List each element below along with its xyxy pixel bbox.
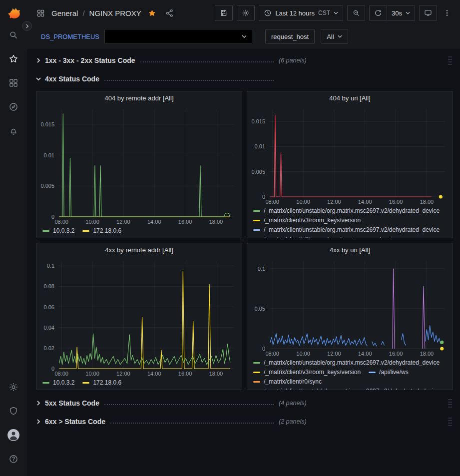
svg-text:18:00: 18:00 [209, 371, 223, 377]
row-header-5xx[interactable]: 5xx Status Code (4 panels) [36, 397, 453, 410]
legend-item[interactable]: /_matrix/client/unstable/org.matrix.msc2… [253, 207, 440, 215]
dotted-leader [104, 80, 274, 81]
legend-label: /api/live/ws [379, 369, 409, 376]
svg-text:12:00: 12:00 [327, 351, 341, 357]
svg-text:18:00: 18:00 [420, 351, 434, 357]
svg-text:0: 0 [51, 214, 54, 220]
sidebar-item-help[interactable] [0, 447, 27, 471]
datasource-variable-label[interactable]: DS_PROMETHEUS [41, 33, 99, 40]
row-drag-handle[interactable] [448, 398, 452, 408]
star-icon [8, 54, 18, 64]
svg-text:0.015: 0.015 [40, 121, 54, 127]
dashboard-section-button[interactable] [34, 6, 47, 19]
zoom-out-button[interactable] [347, 5, 365, 21]
request-host-variable-label[interactable]: request_host [265, 29, 315, 44]
row-drag-handle[interactable] [448, 55, 452, 65]
legend-swatch [253, 381, 260, 383]
timeseries-chart[interactable]: 08:0010:0012:0014:0016:0018:0000.020.040… [36, 257, 242, 378]
timeseries-chart[interactable]: 08:0010:0012:0014:0016:0018:0000.0050.01… [247, 105, 453, 206]
breadcrumb-section[interactable]: General [51, 9, 78, 17]
row-header-4xx[interactable]: 4xx Status Code [36, 72, 453, 85]
sidebar-item-dashboards[interactable] [0, 71, 27, 95]
help-icon [8, 454, 18, 464]
row-header-left: 1xx - 3xx - 2xx Status Code [36, 56, 275, 64]
save-dashboard-button[interactable] [215, 5, 233, 21]
legend-item[interactable]: 10.0.3.2 [42, 227, 74, 235]
refresh-button-group: 30s [369, 5, 415, 21]
panel-title[interactable]: 4xx by remote addr [All] [36, 243, 242, 257]
row-drag-handle[interactable] [448, 417, 452, 427]
legend-swatch [253, 220, 260, 221]
legend-item[interactable]: 10.0.3.2 [42, 379, 74, 387]
chevron-down-icon [242, 35, 247, 38]
svg-text:14:00: 14:00 [147, 219, 161, 225]
legend-item[interactable]: /_matrix/client/r0/sync [253, 378, 322, 386]
legend-item[interactable]: /sw.js [369, 236, 394, 238]
svg-text:14:00: 14:00 [147, 371, 161, 377]
sidebar-item-starred[interactable] [0, 47, 27, 71]
svg-text:08:00: 08:00 [265, 199, 279, 205]
legend-item[interactable]: /_matrix/client/unstable/org.matrix.msc2… [253, 226, 440, 234]
svg-text:12:00: 12:00 [327, 199, 341, 205]
svg-text:0.06: 0.06 [44, 304, 54, 310]
legend-label: /_matrix/client/r0/sync [264, 378, 322, 386]
panel-title[interactable]: 404 by remote addr [All] [36, 91, 242, 105]
tv-mode-button[interactable] [419, 5, 437, 21]
more-options-button[interactable] [441, 5, 453, 21]
svg-text:0: 0 [262, 346, 265, 352]
refresh-interval-dropdown[interactable]: 30s [387, 5, 415, 21]
legend-item[interactable]: /_matrix/client/v3/room_keys/version [253, 236, 361, 238]
main-area: General / NGINX PROXY Last 12 hours CST [27, 0, 460, 476]
sidebar-item-configuration[interactable] [0, 375, 27, 399]
svg-text:16:00: 16:00 [178, 371, 192, 377]
svg-text:0.1: 0.1 [258, 266, 265, 272]
share-button[interactable] [163, 6, 176, 19]
time-range-picker[interactable]: Last 12 hours CST [259, 5, 343, 21]
panel-title[interactable]: 404 by uri [All] [247, 91, 453, 105]
sidebar-expand-button[interactable] [22, 21, 32, 31]
svg-text:0.04: 0.04 [44, 325, 54, 331]
svg-text:14:00: 14:00 [358, 199, 372, 205]
svg-text:14:00: 14:00 [358, 351, 372, 357]
timeseries-chart[interactable]: 08:0010:0012:0014:0016:0018:0000.050.1 [247, 257, 453, 358]
refresh-button[interactable] [369, 5, 387, 21]
apps-grid-icon [36, 9, 45, 17]
legend-item[interactable]: /_matrix/client/v3/room_keys/version [253, 217, 361, 224]
favorite-star-button[interactable] [146, 6, 159, 19]
breadcrumb-title[interactable]: NGINX PROXY [89, 9, 141, 17]
legend-item[interactable]: /_matrix/client/unstable/org.matrix.msc2… [253, 388, 440, 390]
request-host-select[interactable]: All [321, 29, 348, 44]
svg-text:08:00: 08:00 [265, 351, 279, 357]
gear-icon [8, 382, 18, 392]
refresh-icon [374, 9, 382, 17]
timeseries-chart[interactable]: 08:0010:0012:0014:0016:0018:0000.0050.01… [36, 105, 242, 226]
sidebar-item-explore[interactable] [0, 95, 27, 119]
panel-count: (2 panels) [279, 418, 307, 425]
chevron-right-icon [36, 419, 41, 424]
sidebar-item-server-admin[interactable] [0, 399, 27, 423]
row-header-left: 6xx > Status Code [36, 418, 275, 426]
legend-item[interactable]: 172.18.0.6 [82, 227, 121, 235]
row-header-6xx[interactable]: 6xx > Status Code (2 panels) [36, 415, 453, 428]
share-icon [165, 9, 174, 17]
grafana-logo-icon [5, 5, 21, 21]
apps-grid-icon [8, 78, 18, 88]
legend-label: 10.0.3.2 [53, 227, 74, 235]
sidebar-item-profile[interactable] [0, 423, 27, 447]
panel-4xx-by-uri: 4xx by uri [All] 08:0010:0012:0014:0016:… [247, 243, 453, 390]
legend-item[interactable]: /_matrix/client/v3/room_keys/version [253, 369, 361, 376]
panel-title[interactable]: 4xx by uri [All] [247, 243, 453, 257]
grafana-logo[interactable] [4, 4, 23, 23]
legend-item[interactable]: /api/live/ws [369, 369, 409, 376]
legend-label: /_matrix/client/unstable/org.matrix.msc2… [264, 359, 440, 367]
dashboard-settings-button[interactable] [237, 5, 255, 21]
legend-swatch [82, 230, 89, 232]
row-header-1xx-3xx-2xx[interactable]: 1xx - 3xx - 2xx Status Code (6 panels) [36, 54, 453, 67]
row-title: 1xx - 3xx - 2xx Status Code [45, 56, 135, 64]
legend-item[interactable]: 172.18.0.6 [82, 379, 121, 387]
legend-swatch [253, 229, 260, 231]
sidebar-item-alerting[interactable] [0, 119, 27, 143]
datasource-select[interactable] [104, 29, 252, 44]
chart-legend: /_matrix/client/unstable/org.matrix.msc2… [247, 358, 453, 390]
legend-item[interactable]: /_matrix/client/unstable/org.matrix.msc2… [253, 359, 440, 367]
